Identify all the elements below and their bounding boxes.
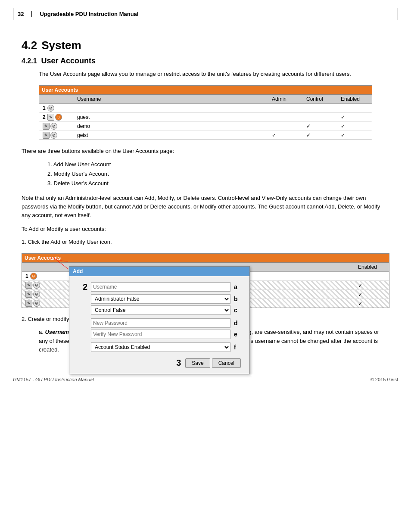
- page-header: 32 Upgradeable PDU Instruction Manual: [13, 8, 398, 20]
- letter-e: e: [234, 331, 241, 338]
- control-cell: ✓: [303, 122, 337, 131]
- admin-cell: [268, 113, 303, 122]
- control-cell: [303, 113, 337, 122]
- add-dialog-section: User Accounts Enabled 1: [22, 253, 389, 308]
- new-password-input[interactable]: [91, 318, 230, 328]
- note-text: Note that only an Administrator-level ac…: [22, 194, 389, 220]
- edit-btn3[interactable]: ✎: [43, 132, 50, 139]
- col-enabled2: Enabled: [355, 263, 389, 272]
- control-select[interactable]: Control False Control True: [91, 305, 230, 315]
- subsection-number: 4.2.1: [22, 57, 37, 65]
- username-cell: geist: [74, 131, 268, 140]
- user-accounts-table: User Accounts Username Admin Control Ena…: [39, 85, 372, 140]
- dialog-num-3: 3: [176, 358, 181, 368]
- username-cell: demo: [74, 122, 268, 131]
- control-cell: ✓: [303, 131, 337, 140]
- col-buttons2: [22, 263, 56, 272]
- ua-header2: User Accounts: [22, 254, 389, 263]
- administrator-select[interactable]: Administrator False Administrator True: [91, 294, 230, 304]
- table-row: 1 ⊙: [39, 104, 372, 113]
- circle-btn[interactable]: ⊙: [47, 105, 54, 112]
- dialog-num-2: 2: [78, 282, 87, 292]
- enabled-cell: ✓: [337, 131, 372, 140]
- admin-cell: [286, 272, 320, 281]
- admin-cell: ✓: [268, 131, 303, 140]
- control-cell: [320, 272, 355, 281]
- click-text: 1. Click the Add or Modify User icon.: [22, 238, 389, 246]
- list-item: 2. Modify User's Account: [47, 169, 389, 179]
- buttons-intro: There are three buttons available on the…: [22, 147, 389, 156]
- circle-btn-d2[interactable]: ⊙: [33, 282, 40, 289]
- edit-btn2[interactable]: ✎: [43, 123, 50, 130]
- col-username: Username: [74, 95, 268, 104]
- save-button[interactable]: Save: [185, 358, 210, 368]
- footer-left: GM1157 - GU PDU Instruction Manual: [13, 377, 94, 382]
- page-footer: GM1157 - GU PDU Instruction Manual © 201…: [13, 375, 398, 382]
- page-number: 32: [18, 11, 32, 17]
- edit-btn-d2[interactable]: ✎: [25, 282, 32, 289]
- circle-btn4[interactable]: ⊙: [50, 132, 57, 139]
- cancel-button[interactable]: Cancel: [212, 358, 241, 368]
- add-modify-text: To Add or Modify a user uccounts:: [22, 225, 389, 233]
- enabled-cell: ✓: [337, 113, 372, 122]
- circle-btn-d1[interactable]: ⊙: [30, 273, 37, 280]
- admin-cell: [268, 122, 303, 131]
- col-admin2: [286, 263, 320, 272]
- letter-b: b: [234, 296, 241, 302]
- verify-password-input[interactable]: [91, 330, 230, 339]
- ua-header: User Accounts: [39, 86, 372, 95]
- buttons-list: 1. Add New User Account 2. Modify User's…: [47, 160, 389, 188]
- col-buttons: [39, 95, 74, 104]
- edit-btn-d3[interactable]: ✎: [25, 291, 32, 298]
- circle-btn3[interactable]: ⊙: [50, 123, 57, 130]
- add-dialog-titlebar: Add: [69, 267, 249, 276]
- table-row: ✎ ⊙ geist ✓ ✓ ✓: [39, 131, 372, 140]
- account-status-select[interactable]: Account Status Enabled Account Status Di…: [91, 342, 230, 352]
- subsection-title: User Accounts: [41, 56, 96, 65]
- letter-c: c: [234, 307, 241, 314]
- circle-btn-d4[interactable]: ⊙: [33, 300, 40, 307]
- table-row: ✎ ⊙ demo ✓ ✓: [39, 122, 372, 131]
- letter-f: f: [234, 344, 241, 351]
- section-title: System: [41, 39, 81, 52]
- intro-text: The User Accounts page allows you to man…: [39, 70, 389, 78]
- edit-btn-d4[interactable]: ✎: [25, 300, 32, 307]
- edit-btn[interactable]: ✎: [47, 114, 54, 121]
- circle-btn2[interactable]: 3: [55, 114, 62, 121]
- col-control2: [320, 263, 355, 272]
- enabled-cell: ✓: [337, 122, 372, 131]
- enabled-cell: [355, 272, 389, 281]
- username-input[interactable]: [91, 282, 230, 292]
- col-enabled: Enabled: [337, 95, 372, 104]
- table-row: 2 ✎ 3 guest ✓: [39, 113, 372, 122]
- list-item: 3. Delete User's Account: [47, 179, 389, 188]
- username-cell: [74, 104, 268, 113]
- add-dialog: Add 2 a Administrator False: [69, 266, 250, 374]
- letter-a: a: [234, 283, 241, 290]
- username-cell: guest: [74, 113, 268, 122]
- admin-cell: [268, 104, 303, 113]
- col-admin: Admin: [268, 95, 303, 104]
- section-number: 4.2: [22, 39, 37, 52]
- page-header-title: Upgradeable PDU Instruction Manual: [40, 11, 138, 17]
- enabled-cell: [337, 104, 372, 113]
- footer-right: © 2015 Geist: [371, 377, 398, 382]
- control-cell: [303, 104, 337, 113]
- col-control: Control: [303, 95, 337, 104]
- circle-btn-d3[interactable]: ⊙: [33, 291, 40, 298]
- list-item: 1. Add New User Account: [47, 160, 389, 169]
- letter-d: d: [234, 320, 241, 327]
